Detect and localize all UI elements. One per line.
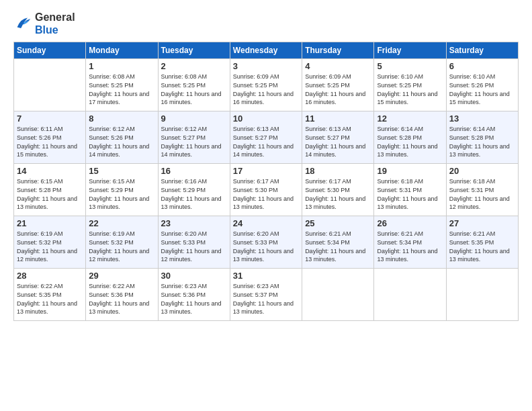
- day-number: 10: [233, 113, 299, 124]
- day-number: 20: [449, 166, 515, 176]
- day-info: Sunrise: 6:23 AMSunset: 5:36 PMDaylight:…: [161, 282, 227, 316]
- day-info: Sunrise: 6:12 AMSunset: 5:26 PMDaylight:…: [89, 125, 154, 158]
- day-info: Sunrise: 6:08 AMSunset: 5:25 PMDaylight:…: [89, 73, 154, 106]
- day-number: 1: [89, 61, 154, 71]
- day-number: 27: [449, 218, 515, 228]
- day-info: Sunrise: 6:19 AMSunset: 5:32 PMDaylight:…: [89, 230, 154, 263]
- day-number: 4: [305, 61, 371, 71]
- calendar-cell: 28Sunrise: 6:22 AMSunset: 5:35 PMDayligh…: [14, 269, 86, 321]
- calendar-cell: [446, 269, 518, 321]
- day-number: 29: [89, 271, 154, 281]
- day-info: Sunrise: 6:21 AMSunset: 5:34 PMDaylight:…: [305, 230, 371, 263]
- calendar-cell: 11Sunrise: 6:13 AMSunset: 5:27 PMDayligh…: [302, 111, 374, 164]
- day-number: 22: [89, 218, 154, 228]
- day-number: 16: [161, 166, 227, 176]
- day-number: 3: [233, 61, 299, 71]
- logo: General Blue: [13, 11, 75, 36]
- day-info: Sunrise: 6:12 AMSunset: 5:27 PMDaylight:…: [161, 125, 227, 158]
- day-number: 5: [377, 61, 443, 71]
- day-number: 2: [161, 61, 227, 71]
- logo-icon: [13, 14, 32, 33]
- calendar-week-row: 1Sunrise: 6:08 AMSunset: 5:25 PMDaylight…: [14, 59, 519, 111]
- day-number: 13: [449, 113, 515, 124]
- calendar-cell: 3Sunrise: 6:09 AMSunset: 5:25 PMDaylight…: [230, 59, 302, 111]
- day-number: 24: [233, 218, 299, 228]
- day-number: 6: [449, 61, 515, 71]
- day-info: Sunrise: 6:17 AMSunset: 5:30 PMDaylight:…: [305, 177, 371, 211]
- day-number: 9: [161, 113, 227, 124]
- calendar-cell: 17Sunrise: 6:17 AMSunset: 5:30 PMDayligh…: [230, 164, 302, 216]
- day-info: Sunrise: 6:09 AMSunset: 5:25 PMDaylight:…: [305, 73, 371, 106]
- weekday-header-tuesday: Tuesday: [158, 42, 230, 59]
- day-number: 14: [17, 166, 83, 176]
- calendar-cell: 15Sunrise: 6:15 AMSunset: 5:29 PMDayligh…: [86, 164, 158, 216]
- day-info: Sunrise: 6:16 AMSunset: 5:29 PMDaylight:…: [161, 177, 227, 211]
- calendar-cell: 6Sunrise: 6:10 AMSunset: 5:26 PMDaylight…: [446, 59, 518, 111]
- calendar-cell: 29Sunrise: 6:22 AMSunset: 5:36 PMDayligh…: [86, 269, 158, 321]
- calendar-cell: 5Sunrise: 6:10 AMSunset: 5:25 PMDaylight…: [374, 59, 446, 111]
- day-number: 23: [161, 218, 227, 228]
- day-number: 31: [233, 271, 299, 281]
- day-info: Sunrise: 6:09 AMSunset: 5:25 PMDaylight:…: [233, 73, 299, 106]
- day-info: Sunrise: 6:15 AMSunset: 5:29 PMDaylight:…: [89, 177, 154, 211]
- day-number: 25: [305, 218, 371, 228]
- day-number: 26: [377, 218, 443, 228]
- day-info: Sunrise: 6:11 AMSunset: 5:26 PMDaylight:…: [17, 125, 83, 158]
- weekday-header-row: SundayMondayTuesdayWednesdayThursdayFrid…: [14, 42, 519, 59]
- day-info: Sunrise: 6:22 AMSunset: 5:36 PMDaylight:…: [89, 282, 154, 316]
- calendar-cell: 20Sunrise: 6:18 AMSunset: 5:31 PMDayligh…: [446, 164, 518, 216]
- weekday-header-sunday: Sunday: [14, 42, 86, 59]
- calendar-week-row: 28Sunrise: 6:22 AMSunset: 5:35 PMDayligh…: [14, 269, 519, 321]
- day-number: 8: [89, 113, 154, 124]
- calendar-cell: 4Sunrise: 6:09 AMSunset: 5:25 PMDaylight…: [302, 59, 374, 111]
- page: General Blue SundayMondayTuesdayWednesda…: [0, 0, 532, 411]
- calendar-cell: 9Sunrise: 6:12 AMSunset: 5:27 PMDaylight…: [158, 111, 230, 164]
- day-info: Sunrise: 6:08 AMSunset: 5:25 PMDaylight:…: [161, 73, 227, 106]
- weekday-header-friday: Friday: [374, 42, 446, 59]
- day-info: Sunrise: 6:21 AMSunset: 5:35 PMDaylight:…: [449, 230, 515, 263]
- weekday-header-saturday: Saturday: [446, 42, 518, 59]
- day-info: Sunrise: 6:22 AMSunset: 5:35 PMDaylight:…: [17, 282, 83, 316]
- day-info: Sunrise: 6:10 AMSunset: 5:25 PMDaylight:…: [377, 73, 443, 106]
- calendar-week-row: 21Sunrise: 6:19 AMSunset: 5:32 PMDayligh…: [14, 216, 519, 269]
- calendar-week-row: 14Sunrise: 6:15 AMSunset: 5:28 PMDayligh…: [14, 164, 519, 216]
- day-info: Sunrise: 6:13 AMSunset: 5:27 PMDaylight:…: [305, 125, 371, 158]
- day-number: 17: [233, 166, 299, 176]
- weekday-header-wednesday: Wednesday: [230, 42, 302, 59]
- day-info: Sunrise: 6:13 AMSunset: 5:27 PMDaylight:…: [233, 125, 299, 158]
- day-number: 11: [305, 113, 371, 124]
- day-number: 12: [377, 113, 443, 124]
- calendar-cell: [302, 269, 374, 321]
- header: General Blue: [13, 11, 519, 36]
- calendar-cell: 18Sunrise: 6:17 AMSunset: 5:30 PMDayligh…: [302, 164, 374, 216]
- calendar-cell: [374, 269, 446, 321]
- calendar-cell: [14, 59, 86, 111]
- calendar-cell: 23Sunrise: 6:20 AMSunset: 5:33 PMDayligh…: [158, 216, 230, 269]
- calendar-cell: 19Sunrise: 6:18 AMSunset: 5:31 PMDayligh…: [374, 164, 446, 216]
- day-info: Sunrise: 6:14 AMSunset: 5:28 PMDaylight:…: [377, 125, 443, 158]
- calendar-cell: 12Sunrise: 6:14 AMSunset: 5:28 PMDayligh…: [374, 111, 446, 164]
- calendar-cell: 14Sunrise: 6:15 AMSunset: 5:28 PMDayligh…: [14, 164, 86, 216]
- calendar-cell: 2Sunrise: 6:08 AMSunset: 5:25 PMDaylight…: [158, 59, 230, 111]
- day-info: Sunrise: 6:18 AMSunset: 5:31 PMDaylight:…: [449, 177, 515, 211]
- calendar-cell: 13Sunrise: 6:14 AMSunset: 5:28 PMDayligh…: [446, 111, 518, 164]
- weekday-header-monday: Monday: [86, 42, 158, 59]
- day-number: 18: [305, 166, 371, 176]
- day-info: Sunrise: 6:19 AMSunset: 5:32 PMDaylight:…: [17, 230, 83, 263]
- calendar-cell: 22Sunrise: 6:19 AMSunset: 5:32 PMDayligh…: [86, 216, 158, 269]
- day-number: 7: [17, 113, 83, 124]
- day-info: Sunrise: 6:20 AMSunset: 5:33 PMDaylight:…: [233, 230, 299, 263]
- calendar-cell: 27Sunrise: 6:21 AMSunset: 5:35 PMDayligh…: [446, 216, 518, 269]
- day-info: Sunrise: 6:14 AMSunset: 5:28 PMDaylight:…: [449, 125, 515, 158]
- calendar-cell: 21Sunrise: 6:19 AMSunset: 5:32 PMDayligh…: [14, 216, 86, 269]
- calendar-cell: 31Sunrise: 6:23 AMSunset: 5:37 PMDayligh…: [230, 269, 302, 321]
- calendar-cell: 16Sunrise: 6:16 AMSunset: 5:29 PMDayligh…: [158, 164, 230, 216]
- day-info: Sunrise: 6:21 AMSunset: 5:34 PMDaylight:…: [377, 230, 443, 263]
- calendar-cell: 24Sunrise: 6:20 AMSunset: 5:33 PMDayligh…: [230, 216, 302, 269]
- day-info: Sunrise: 6:18 AMSunset: 5:31 PMDaylight:…: [377, 177, 443, 211]
- day-number: 19: [377, 166, 443, 176]
- day-info: Sunrise: 6:15 AMSunset: 5:28 PMDaylight:…: [17, 177, 83, 211]
- calendar-cell: 25Sunrise: 6:21 AMSunset: 5:34 PMDayligh…: [302, 216, 374, 269]
- day-number: 21: [17, 218, 83, 228]
- logo-text: General Blue: [35, 11, 75, 36]
